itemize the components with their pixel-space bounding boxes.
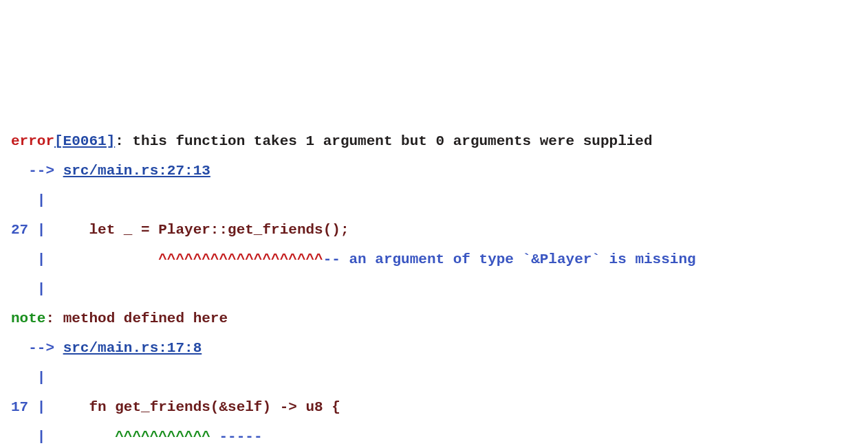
location-arrow: --> bbox=[11, 163, 63, 179]
caret-marks: ^^^^^^^^^^^^^^^^^^^ bbox=[45, 251, 323, 267]
location-line-2: --> src/main.rs:17:8 bbox=[11, 333, 857, 363]
source-line-27: 27 | let _ = Player::get_friends(); bbox=[11, 215, 857, 245]
line-number-27: 27 | bbox=[11, 222, 45, 238]
error-header: error[E0061]: this function takes 1 argu… bbox=[11, 126, 857, 156]
caret-self-dashes: ----- bbox=[210, 429, 263, 445]
source-code-17: fn get_friends(&self) -> u8 { bbox=[45, 399, 340, 415]
caret-message: an argument of type `&Player` is missing bbox=[340, 251, 696, 267]
gutter-pipe: | bbox=[11, 186, 857, 215]
caret-gutter: | bbox=[11, 251, 45, 267]
note-header: note: method defined here bbox=[11, 304, 857, 333]
caret-marks: ^^^^^^^^^^^ bbox=[45, 429, 210, 445]
location-path-link[interactable]: src/main.rs:27:13 bbox=[63, 163, 210, 179]
error-label: error bbox=[11, 133, 54, 149]
source-line-17: 17 | fn get_friends(&self) -> u8 { bbox=[11, 392, 857, 422]
caret-line-27: | ^^^^^^^^^^^^^^^^^^^-- an argument of t… bbox=[11, 245, 857, 274]
note-label: note bbox=[11, 311, 45, 326]
caret-line-17: | ^^^^^^^^^^^ ----- bbox=[11, 422, 857, 448]
error-message: : this function takes 1 argument but 0 a… bbox=[115, 133, 652, 149]
caret-gutter: | bbox=[11, 429, 45, 445]
source-code-27: let _ = Player::get_friends(); bbox=[45, 222, 349, 238]
caret-dashes: -- bbox=[323, 251, 340, 267]
location-arrow: --> bbox=[11, 340, 63, 356]
gutter-pipe: | bbox=[11, 363, 857, 392]
location-path-link[interactable]: src/main.rs:17:8 bbox=[63, 340, 202, 356]
line-number-17: 17 | bbox=[11, 399, 45, 415]
note-text: : method defined here bbox=[45, 311, 228, 326]
gutter-pipe: | bbox=[11, 274, 857, 304]
error-code[interactable]: [E0061] bbox=[54, 133, 115, 149]
location-line-1: --> src/main.rs:27:13 bbox=[11, 156, 857, 186]
